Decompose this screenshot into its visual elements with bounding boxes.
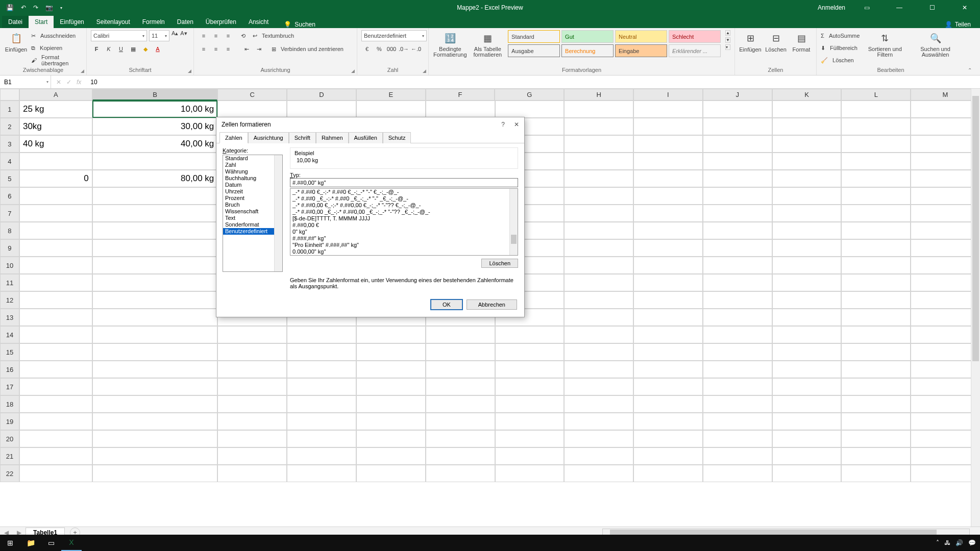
thousands-icon[interactable]: 000 [386,43,397,55]
cell[interactable] [911,153,980,170]
cell[interactable] [19,291,92,309]
ok-button[interactable]: OK [431,299,462,310]
cell[interactable] [564,101,633,118]
cell[interactable] [772,222,842,239]
border-button[interactable]: ▦ [128,43,139,55]
cell[interactable] [841,291,911,309]
row-header[interactable]: 9 [0,239,19,257]
cell[interactable] [703,135,772,153]
cell[interactable] [911,343,980,361]
cell[interactable] [426,430,495,447]
cell[interactable] [217,465,287,482]
cell[interactable] [564,430,633,447]
cell[interactable] [564,343,633,361]
cell[interactable] [633,395,703,413]
column-header[interactable]: L [841,89,911,101]
cell[interactable] [495,378,565,395]
cell[interactable] [911,309,980,326]
cell[interactable] [495,465,565,482]
cell[interactable] [703,430,772,447]
cell[interactable] [495,395,565,413]
cell[interactable] [495,361,565,378]
listbox-scrollbar[interactable] [274,155,282,271]
clear-button[interactable]: 🧹 Löschen [821,55,860,66]
cell[interactable] [217,395,287,413]
row-header[interactable]: 2 [0,118,19,135]
row-header[interactable]: 15 [0,343,19,361]
cell[interactable] [633,326,703,343]
cell[interactable] [564,274,633,291]
align-left-icon[interactable]: ≡ [198,43,209,55]
format-as-table-button[interactable]: ▦Als Tabelle formatieren [471,30,505,59]
taskbar-explorer-icon[interactable]: 📁 [20,535,41,551]
cell[interactable] [911,430,980,447]
cell[interactable] [633,378,703,395]
column-header[interactable]: H [564,89,633,101]
cell[interactable] [772,343,842,361]
dialog-launcher-icon[interactable]: ◢ [423,68,426,73]
cell[interactable] [703,291,772,309]
underline-button[interactable]: U [115,43,127,55]
cell[interactable] [841,118,911,135]
cell[interactable] [911,326,980,343]
tab-formeln[interactable]: Formeln [136,16,171,28]
cell[interactable] [356,413,426,430]
italic-button[interactable]: K [103,43,114,55]
cell[interactable] [703,187,772,205]
style-eingabe[interactable]: Eingabe [615,44,667,57]
column-header[interactable]: J [703,89,772,101]
cell[interactable] [564,257,633,274]
cell[interactable] [217,447,287,465]
category-item[interactable]: Zahl [223,162,282,168]
cell[interactable] [356,361,426,378]
cut-button[interactable]: ✂ Ausschneiden [31,30,82,41]
row-header[interactable]: 18 [0,395,19,413]
cell[interactable] [633,239,703,257]
cell[interactable] [772,274,842,291]
cell[interactable] [703,274,772,291]
cell[interactable] [19,205,92,222]
column-header[interactable]: G [495,89,564,101]
cell[interactable] [633,465,703,482]
cell[interactable] [495,343,565,361]
cell[interactable] [772,205,842,222]
cell[interactable] [703,343,772,361]
cell[interactable] [19,326,92,343]
cell[interactable] [772,291,842,309]
copy-button[interactable]: ⧉ Kopieren [31,42,82,54]
formula-input[interactable]: 10 [86,79,980,86]
cell[interactable] [911,361,980,378]
cell[interactable] [92,430,218,447]
cell[interactable] [911,118,980,135]
tell-me[interactable]: 💡 Suchen [284,21,315,28]
conditional-format-button[interactable]: 🔢Bedingte Formatierung [433,30,468,59]
cell[interactable] [92,447,218,465]
format-item[interactable]: _-* #.##0,00 €_-;-* #.##0,00 €_-;_-* "-"… [290,202,518,209]
cell[interactable] [19,447,92,465]
percent-icon[interactable]: % [374,43,385,55]
cell[interactable] [841,309,911,326]
dialog-help-icon[interactable]: ? [501,121,505,128]
cell[interactable] [287,430,356,447]
format-item[interactable]: 0" kg" [290,229,518,235]
cell[interactable] [356,343,426,361]
cell[interactable] [356,465,426,482]
format-item[interactable]: _-* #.##0 _€_-;-* #.##0 _€_-;_-* "-" _€_… [290,195,518,202]
cell[interactable]: 10,00 kg [92,101,218,118]
signin-link[interactable]: Anmelden [818,4,845,11]
cell[interactable] [92,153,218,170]
cell[interactable] [356,378,426,395]
format-item[interactable]: _-* #.##0,00 _€_-;-* #.##0,00 _€_-;_-* "… [290,209,518,215]
dialog-launcher-icon[interactable]: ◢ [188,68,191,73]
cell[interactable] [703,378,772,395]
cell[interactable] [911,205,980,222]
cell[interactable] [495,413,565,430]
column-header[interactable]: B [92,89,218,101]
dialog-close-icon[interactable]: ✕ [514,121,519,128]
cell[interactable] [92,395,218,413]
fx-icon[interactable]: fx [77,79,81,86]
cell[interactable] [217,343,287,361]
cell[interactable] [703,118,772,135]
tab-ueberpruefen[interactable]: Überprüfen [200,16,242,28]
cell[interactable] [426,395,495,413]
